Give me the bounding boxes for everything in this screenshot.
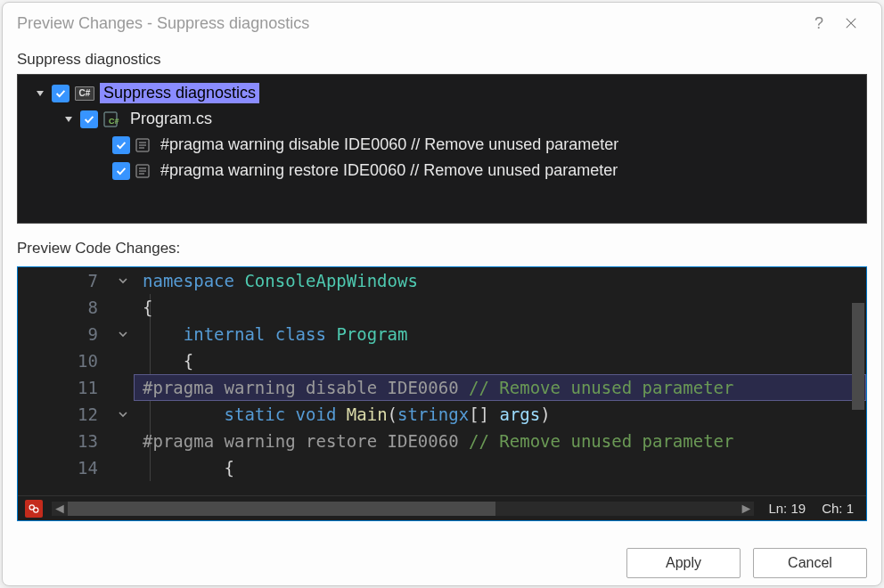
chevron-down-icon [36,89,45,98]
code-line: static void Main(stringx[] args) [134,401,866,428]
close-button[interactable] [835,7,867,39]
fold-marker [112,347,134,374]
code-section-label: Preview Code Changes: [17,236,867,259]
close-icon [845,17,857,29]
svg-text:C#: C# [109,117,119,126]
line-number: 7 [18,267,105,294]
check-icon [83,113,95,126]
fold-marker [112,454,134,481]
checkbox[interactable] [112,136,130,154]
cancel-button[interactable]: Cancel [753,548,867,578]
tree-file-label: Program.cs [127,109,216,129]
code-snippet-icon [135,163,151,179]
code-line: internal class Program [134,321,866,347]
line-number-gutter: 7891011121314 [18,267,112,495]
vertical-scrollbar[interactable] [850,267,866,445]
tree-pragma-row[interactable]: #pragma warning disable IDE0060 // Remov… [21,132,863,158]
changes-tree[interactable]: C# Suppress diagnostics C# Program.cs #p… [17,74,867,224]
fold-marker[interactable] [112,321,134,347]
chevron-down-icon [118,275,128,286]
checkbox[interactable] [52,85,70,102]
dialog-buttons: Apply Cancel [3,535,881,585]
code-body: 7891011121314 namespace ConsoleAppWindow… [18,267,866,495]
fold-marker [112,294,134,321]
scrollbar-thumb[interactable] [852,303,864,410]
tree-section-label: Suppress diagnostics [17,47,867,70]
chevron-down-icon [64,115,73,124]
chevron-down-icon [118,409,128,420]
code-line: namespace ConsoleAppWindows [134,267,866,294]
scrollbar-thumb[interactable] [68,502,495,516]
scroll-right-button[interactable]: ► [738,502,754,516]
tree-pragma-row[interactable]: #pragma warning restore IDE0060 // Remov… [21,158,863,184]
apply-button[interactable]: Apply [626,548,741,578]
help-button[interactable]: ? [803,7,835,39]
line-number: 12 [18,401,105,428]
scroll-left-button[interactable]: ◄ [52,502,68,516]
chevron-down-icon [118,329,128,339]
code-line: #pragma warning restore IDE0060 // Remov… [134,428,866,454]
fold-column [112,267,134,495]
code-snippet-icon [135,137,151,153]
help-icon: ? [814,14,823,33]
dialog-title: Preview Changes - Suppress diagnostics [17,14,803,33]
line-number: 8 [18,294,105,321]
code-line: #pragma warning disable IDE0060 // Remov… [134,374,866,401]
csharp-file-icon: C# [103,111,121,127]
fold-marker [112,428,134,454]
csharp-icon: C# [75,86,94,102]
line-number: 9 [18,321,105,347]
fold-marker[interactable] [112,267,134,294]
code-statusbar: ◄ ► Ln: 19 Ch: 1 [18,495,866,520]
line-number: 11 [18,374,105,401]
tree-root-label: Suppress diagnostics [100,83,259,103]
code-text: namespace ConsoleAppWindows{ internal cl… [134,267,866,495]
code-line: { [134,454,866,481]
error-indicator-icon[interactable] [25,500,43,518]
line-status: Ln: 19 [763,501,811,516]
fold-marker[interactable] [112,401,134,428]
check-icon [115,139,127,151]
svg-point-5 [34,507,38,511]
titlebar: Preview Changes - Suppress diagnostics ? [3,3,881,47]
fold-marker [112,374,134,401]
line-number: 14 [18,454,105,481]
code-preview[interactable]: 7891011121314 namespace ConsoleAppWindow… [17,266,867,521]
line-number: 13 [18,428,105,454]
checkbox[interactable] [112,162,130,180]
code-line: { [134,294,866,321]
check-icon [115,165,127,177]
line-number: 10 [18,347,105,374]
horizontal-scrollbar[interactable]: ◄ ► [52,502,754,516]
tree-root-row[interactable]: C# Suppress diagnostics [21,80,863,106]
checkbox[interactable] [80,110,98,128]
tree-pragma-label: #pragma warning disable IDE0060 // Remov… [157,135,622,155]
check-icon [54,87,67,100]
expand-toggle[interactable] [62,113,75,126]
tree-pragma-label: #pragma warning restore IDE0060 // Remov… [157,160,621,181]
dialog-content: Suppress diagnostics C# Suppress diagnos… [3,47,881,535]
expand-toggle[interactable] [34,87,46,100]
preview-changes-dialog: Preview Changes - Suppress diagnostics ?… [2,2,882,586]
tree-file-row[interactable]: C# Program.cs [21,106,863,132]
column-status: Ch: 1 [816,501,859,516]
code-line: { [134,347,866,374]
